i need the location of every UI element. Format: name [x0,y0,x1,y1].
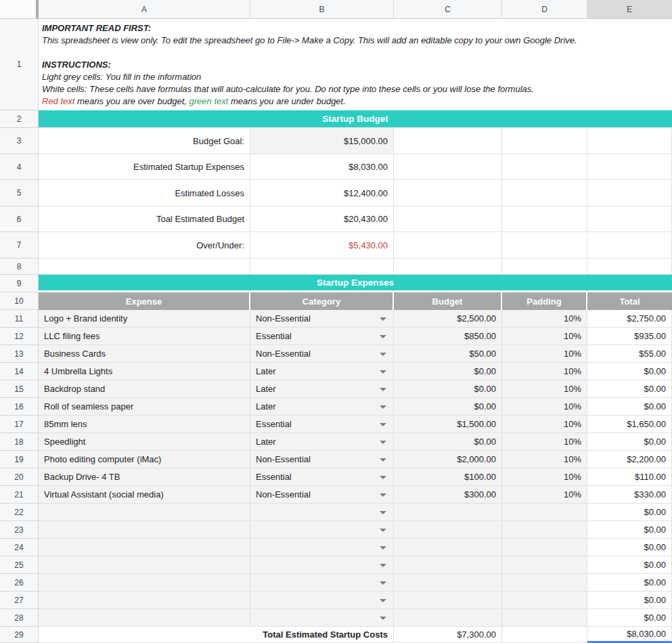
padding-cell[interactable]: 10% [502,416,587,433]
total-cell[interactable]: $0.00 [587,609,672,627]
empty-cell[interactable] [394,180,502,206]
padding-cell[interactable] [502,609,587,627]
empty-cell[interactable] [394,232,502,259]
row-header[interactable]: 14 [0,363,39,380]
row-header[interactable]: 17 [0,416,39,433]
total-padding-cell[interactable] [502,627,587,643]
expense-cell[interactable] [39,556,250,574]
chevron-down-icon[interactable] [380,476,386,479]
expense-cell[interactable]: Photo editing computer (iMac) [39,451,250,468]
over-under-value[interactable]: $5,430.00 [250,232,394,259]
padding-column-header[interactable]: Padding [502,292,587,310]
category-dropdown[interactable]: Non-Essential [250,310,394,328]
chevron-down-icon[interactable] [380,493,386,497]
total-total-cell[interactable]: $8,030.00 [587,627,672,643]
chevron-down-icon[interactable] [380,317,386,321]
empty-cell[interactable] [502,128,587,154]
row-header[interactable]: 3 [0,128,39,154]
expense-cell[interactable] [39,609,250,627]
budget-column-header[interactable]: Budget [394,292,502,310]
row-header[interactable]: 6 [0,206,39,232]
empty-cell[interactable] [502,206,587,232]
padding-cell[interactable] [502,574,587,592]
startup-budget-header[interactable]: Startup Budget [39,110,672,128]
expense-cell[interactable]: Logo + Brand identity [39,310,250,328]
chevron-down-icon[interactable] [380,405,386,409]
budget-cell[interactable]: $0.00 [394,433,502,451]
column-header-c[interactable]: C [394,0,502,19]
budget-cell[interactable] [394,539,502,556]
row-header[interactable]: 15 [0,380,39,398]
category-dropdown[interactable]: Later [250,380,394,398]
row-header[interactable]: 11 [0,310,39,328]
total-cell[interactable]: $0.00 [587,556,672,574]
total-column-header[interactable]: Total [587,292,672,310]
expense-cell[interactable]: Roll of seamless paper [39,398,250,416]
estimated-losses-value[interactable]: $12,400.00 [250,180,394,206]
budget-cell[interactable]: $2,000.00 [394,451,502,468]
row-header[interactable]: 26 [0,574,39,592]
category-dropdown[interactable] [250,504,394,521]
budget-cell[interactable]: $0.00 [394,363,502,380]
padding-cell[interactable]: 10% [502,345,587,363]
expense-cell[interactable] [39,592,250,609]
empty-cell[interactable] [587,180,672,206]
row-header[interactable]: 12 [0,328,39,345]
expense-cell[interactable] [39,539,250,556]
row-header[interactable]: 5 [0,180,39,206]
budget-cell[interactable] [394,609,502,627]
padding-cell[interactable] [502,592,587,609]
total-cell[interactable]: $110.00 [587,468,672,486]
chevron-down-icon[interactable] [380,441,386,444]
budget-goal-value[interactable]: $15,000.00 [250,128,394,154]
row-header[interactable]: 28 [0,609,39,627]
empty-cell[interactable] [502,154,587,180]
column-header-a[interactable]: A [39,0,250,19]
startup-expenses-header[interactable]: Startup Expenses [39,275,672,292]
over-under-label[interactable]: Over/Under: [39,232,250,259]
chevron-down-icon[interactable] [380,529,386,532]
expense-cell[interactable]: 4 Umbrella Lights [39,363,250,380]
budget-goal-label[interactable]: Budget Goal: [39,128,250,154]
estimated-expenses-label[interactable]: Estimated Startup Expenses [39,154,250,180]
padding-cell[interactable]: 10% [502,451,587,468]
budget-cell[interactable]: $0.00 [394,380,502,398]
row-header[interactable]: 16 [0,398,39,416]
chevron-down-icon[interactable] [380,599,386,602]
empty-cell[interactable] [587,232,672,259]
empty-cell[interactable] [587,206,672,232]
category-dropdown[interactable] [250,574,394,592]
row-header[interactable]: 27 [0,592,39,609]
total-cell[interactable]: $330.00 [587,486,672,504]
category-column-header[interactable]: Category [250,292,394,310]
row-header[interactable]: 20 [0,468,39,486]
empty-cell[interactable] [250,259,394,275]
empty-cell[interactable] [587,128,672,154]
total-label-cell[interactable]: Total Estimated Startup Costs [39,627,394,643]
chevron-down-icon[interactable] [380,388,386,391]
expense-cell[interactable]: LLC filing fees [39,328,250,345]
category-dropdown[interactable]: Essential [250,416,394,433]
expense-cell[interactable]: Virtual Assistant (social media) [39,486,250,504]
empty-cell[interactable] [502,259,587,275]
category-dropdown[interactable] [250,539,394,556]
total-cell[interactable]: $0.00 [587,398,672,416]
total-estimated-budget-label[interactable]: Toal Estimated Budget [39,206,250,232]
row-header[interactable]: 4 [0,154,39,180]
empty-cell[interactable] [394,154,502,180]
budget-cell[interactable]: $50.00 [394,345,502,363]
expense-cell[interactable] [39,574,250,592]
total-cell[interactable]: $0.00 [587,433,672,451]
category-dropdown[interactable]: Non-Essential [250,486,394,504]
category-dropdown[interactable]: Later [250,433,394,451]
row-header[interactable]: 22 [0,504,39,521]
padding-cell[interactable] [502,521,587,539]
budget-cell[interactable]: $2,500.00 [394,310,502,328]
budget-cell[interactable]: $100.00 [394,468,502,486]
row-header[interactable]: 29 [0,627,39,643]
category-dropdown[interactable] [250,556,394,574]
chevron-down-icon[interactable] [380,511,386,514]
column-header-e[interactable]: E [587,0,672,19]
budget-cell[interactable]: $300.00 [394,486,502,504]
chevron-down-icon[interactable] [380,370,386,374]
